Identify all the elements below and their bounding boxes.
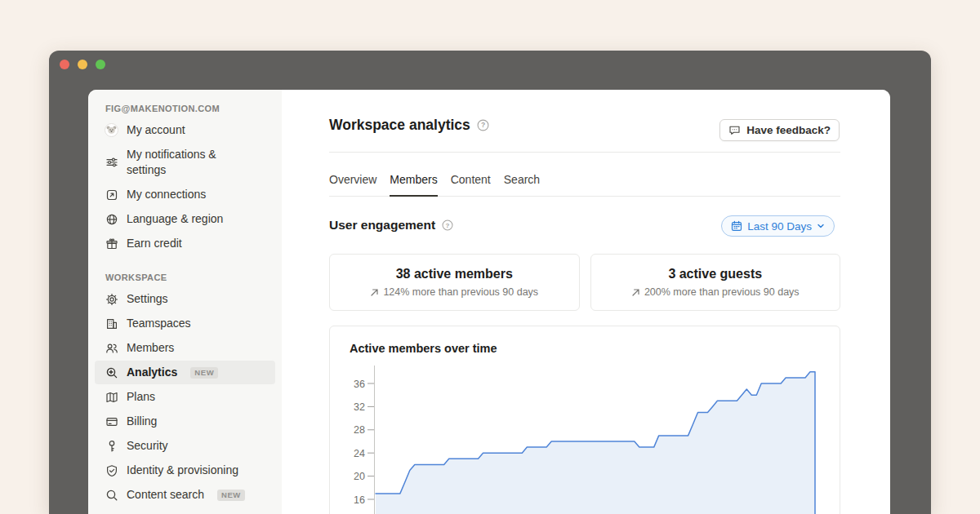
window-controls [60, 60, 105, 69]
sidebar-item-label: My notifications & settings [127, 147, 249, 178]
sidebar-item-label: Language & region [127, 211, 223, 227]
sidebar-item-label: Identity & provisioning [127, 463, 238, 478]
arrow-up-right-icon [631, 288, 640, 297]
speech-bubble-icon [728, 124, 741, 136]
svg-text:24: 24 [354, 448, 365, 459]
people-icon [105, 341, 118, 355]
sidebar-item-billing[interactable]: Billing [95, 410, 275, 433]
sidebar-item-teamspaces[interactable]: Teamspaces [95, 312, 275, 335]
sliders-icon [105, 156, 118, 170]
sidebar-item-earn-credit[interactable]: Earn credit [95, 232, 275, 255]
sidebar-item-label: Members [127, 340, 174, 356]
sidebar-item-analytics[interactable]: Analytics NEW [95, 361, 275, 384]
workspace-section-label: WORKSPACE [105, 273, 282, 283]
sidebar-item-identity-provisioning[interactable]: Identity & provisioning [95, 459, 275, 482]
sidebar-item-notifications-settings[interactable]: My notifications & settings [95, 143, 275, 182]
sidebar-item-my-account[interactable]: My account [95, 118, 275, 142]
tab-search[interactable]: Search [504, 173, 540, 197]
settings-dialog: FIG@MAKENOTION.COM My account [88, 90, 890, 514]
settings-sidebar: FIG@MAKENOTION.COM My account [88, 90, 282, 514]
sidebar-item-settings[interactable]: Settings [95, 287, 275, 311]
sidebar-item-label: Analytics [127, 365, 177, 380]
sidebar-item-label: Billing [127, 414, 157, 429]
active-members-card: 38 active members 124% more than previou… [329, 254, 580, 311]
have-feedback-label: Have feedback? [746, 124, 831, 136]
key-icon [105, 439, 118, 453]
svg-text:20: 20 [354, 471, 365, 482]
svg-text:16: 16 [354, 494, 365, 506]
sidebar-item-label: My account [127, 122, 185, 138]
new-badge: NEW [190, 367, 218, 379]
page-title: Workspace analytics ? [329, 117, 489, 134]
zoom-button[interactable] [96, 60, 105, 69]
active-members-chart-card: Active members over time 162024283236 [329, 326, 840, 514]
avatar [105, 123, 118, 137]
chevron-down-icon [817, 222, 825, 230]
arrow-up-right-icon [370, 288, 379, 297]
gift-icon [105, 237, 118, 250]
sidebar-item-label: Teamspaces [127, 316, 191, 331]
help-circle-icon[interactable]: ? [477, 119, 489, 131]
sidebar-item-language-region[interactable]: Language & region [95, 207, 275, 231]
map-icon [105, 390, 118, 404]
minimize-button[interactable] [78, 60, 87, 69]
active-members-delta: 124% more than previous 90 days [370, 286, 538, 298]
tab-overview[interactable]: Overview [329, 173, 376, 197]
credit-card-icon [105, 414, 118, 428]
svg-text:32: 32 [354, 401, 365, 413]
active-members-value: 38 active members [396, 267, 513, 281]
date-range-label: Last 90 Days [747, 220, 812, 233]
tab-content[interactable]: Content [451, 173, 491, 197]
sidebar-item-label: Content search [127, 487, 204, 503]
gear-icon [105, 292, 118, 306]
svg-text:?: ? [446, 222, 450, 229]
svg-text:?: ? [481, 121, 485, 129]
sidebar-item-my-connections[interactable]: My connections [95, 183, 275, 206]
sidebar-item-content-search[interactable]: Content search NEW [95, 483, 275, 507]
active-guests-delta: 200% more than previous 90 days [631, 286, 800, 298]
calendar-icon [731, 220, 742, 232]
close-button[interactable] [60, 60, 69, 69]
help-circle-icon[interactable]: ? [442, 219, 453, 231]
sidebar-item-members[interactable]: Members [95, 336, 275, 360]
arrow-up-right-square-icon [105, 188, 118, 202]
tab-members[interactable]: Members [390, 173, 437, 197]
chart-title: Active members over time [350, 342, 497, 355]
shield-check-icon [105, 463, 118, 477]
sidebar-item-label: Security [127, 438, 168, 454]
sidebar-item-security[interactable]: Security [95, 434, 275, 458]
sidebar-item-label: Settings [127, 291, 168, 307]
account-email-label: FIG@MAKENOTION.COM [105, 104, 282, 113]
analytics-tabs: Overview Members Content Search [329, 173, 840, 197]
date-range-button[interactable]: Last 90 Days [721, 215, 835, 237]
user-engagement-title: User engagement ? [329, 218, 453, 233]
magnifier-plus-icon [105, 366, 118, 379]
sidebar-item-label: Earn credit [127, 236, 182, 251]
new-badge: NEW [217, 490, 245, 501]
svg-text:28: 28 [354, 424, 365, 436]
engagement-stats: 38 active members 124% more than previou… [329, 254, 840, 311]
building-icon [105, 317, 118, 330]
globe-icon [105, 212, 118, 226]
sidebar-item-label: My connections [127, 187, 206, 202]
active-guests-card: 3 active guests 200% more than previous … [590, 254, 841, 311]
sidebar-item-plans[interactable]: Plans [95, 385, 275, 409]
svg-text:36: 36 [354, 379, 365, 390]
analytics-panel: Workspace analytics ? Have feedback? [282, 90, 890, 514]
search-icon [105, 488, 118, 502]
sidebar-item-label: Plans [127, 389, 155, 405]
have-feedback-button[interactable]: Have feedback? [719, 119, 840, 141]
active-guests-value: 3 active guests [668, 267, 762, 281]
header-divider [329, 152, 840, 153]
